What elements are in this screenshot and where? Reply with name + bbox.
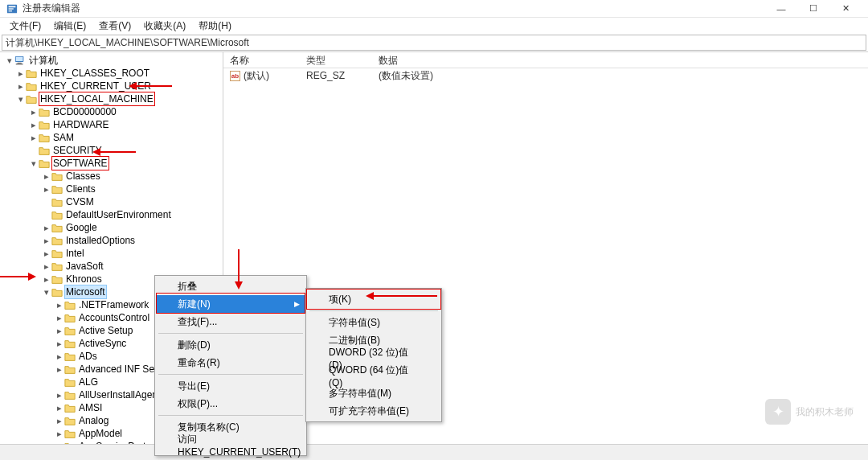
folder-icon: [51, 287, 63, 297]
chevron-right-icon[interactable]: [16, 69, 25, 78]
col-name[interactable]: 名称: [223, 52, 300, 68]
chevron-right-icon[interactable]: [42, 249, 51, 258]
minimize-button[interactable]: —: [765, 0, 797, 18]
chevron-right-icon[interactable]: [29, 108, 38, 117]
folder-icon: [51, 184, 63, 194]
chevron-right-icon[interactable]: [55, 404, 63, 413]
ctx-delete[interactable]: 删除(D): [157, 336, 305, 354]
chevron-right-icon[interactable]: [42, 275, 51, 284]
chevron-right-icon[interactable]: [29, 121, 38, 129]
sub-multi[interactable]: 多字符串值(M): [308, 384, 440, 402]
chevron-right-icon[interactable]: [42, 185, 51, 194]
chevron-down-icon[interactable]: [29, 159, 38, 168]
maximize-button[interactable]: ☐: [797, 0, 829, 18]
sub-expand[interactable]: 可扩充字符串值(E): [308, 402, 440, 420]
chevron-right-icon[interactable]: [16, 82, 25, 91]
folder-icon: [64, 364, 76, 374]
tree-node-sam[interactable]: SAM: [2, 131, 223, 144]
tree-node-cvsm[interactable]: CVSM: [2, 195, 223, 208]
tree-node-security[interactable]: SECURITY: [2, 144, 223, 157]
ctx-permissions[interactable]: 权限(P)...: [157, 395, 305, 413]
chevron-right-icon[interactable]: [55, 429, 63, 438]
chevron-right-icon[interactable]: [55, 301, 63, 310]
chevron-down-icon[interactable]: [5, 56, 14, 65]
ctx-new[interactable]: 新建(N)▶: [157, 295, 305, 313]
sub-string[interactable]: 字符串值(S): [308, 314, 440, 331]
ctx-export[interactable]: 导出(E): [157, 377, 305, 395]
folder-icon: [64, 351, 76, 361]
tree-node-computer[interactable]: 计算机: [2, 54, 223, 67]
chevron-right-icon[interactable]: [42, 224, 51, 232]
chevron-right-icon[interactable]: [55, 327, 63, 335]
separator: [158, 415, 303, 416]
ctx-rename[interactable]: 重命名(R): [157, 354, 305, 372]
tree-node-due[interactable]: DefaultUserEnvironment: [2, 208, 223, 221]
wechat-icon: ✦: [765, 399, 791, 425]
chevron-right-icon[interactable]: [29, 133, 38, 142]
list-row-default[interactable]: ab(默认) REG_SZ (数值未设置): [223, 68, 868, 83]
chevron-right-icon[interactable]: [55, 314, 63, 322]
chevron-right-icon[interactable]: [42, 172, 51, 181]
col-data[interactable]: 数据: [372, 52, 868, 68]
menu-edit[interactable]: 编辑(E): [47, 19, 92, 33]
chevron-right-icon: ▶: [294, 300, 300, 308]
folder-icon: [51, 171, 63, 181]
menu-view[interactable]: 查看(V): [92, 19, 137, 33]
svg-rect-3: [9, 10, 12, 11]
ctx-find[interactable]: 查找(F)...: [157, 313, 305, 331]
chevron-right-icon[interactable]: [55, 339, 63, 348]
node-label: HARDWARE: [52, 118, 110, 131]
tree-node-installedoptions[interactable]: InstalledOptions: [2, 234, 223, 247]
tree-node-hkcr[interactable]: HKEY_CLASSES_ROOT: [2, 67, 223, 80]
folder-icon: [39, 120, 50, 129]
close-button[interactable]: ✕: [829, 0, 862, 18]
tree-node-clients[interactable]: Clients: [2, 183, 223, 195]
chevron-down-icon[interactable]: [16, 95, 25, 104]
menu-help[interactable]: 帮助(H): [192, 19, 238, 33]
folder-icon: [64, 326, 76, 335]
node-label: HKEY_LOCAL_MACHINE: [39, 92, 154, 105]
address-bar[interactable]: 计算机\HKEY_LOCAL_MACHINE\SOFTWARE\Microsof…: [2, 35, 866, 51]
folder-icon: [64, 339, 76, 348]
tree-node-classes[interactable]: Classes: [2, 170, 223, 183]
titlebar: 注册表编辑器 — ☐ ✕: [0, 0, 868, 18]
menu-file[interactable]: 文件(F): [3, 19, 47, 33]
tree-node-hklm[interactable]: HKEY_LOCAL_MACHINE: [2, 92, 223, 105]
col-type[interactable]: 类型: [300, 52, 372, 68]
value-type: REG_SZ: [300, 70, 372, 81]
node-label: CVSM: [65, 195, 95, 208]
watermark-text: 我的积木老师: [796, 405, 854, 419]
tree-node-javasoft[interactable]: JavaSoft: [2, 260, 223, 273]
svg-rect-5: [16, 57, 23, 61]
svg-rect-6: [18, 63, 22, 64]
node-label: AllUserInstallAgent: [78, 388, 161, 401]
chevron-right-icon[interactable]: [42, 236, 51, 245]
node-label: ALG: [78, 376, 99, 388]
chevron-right-icon[interactable]: [55, 391, 63, 400]
folder-icon: [39, 158, 50, 168]
menu-favorites[interactable]: 收藏夹(A): [137, 19, 192, 33]
tree-node-google[interactable]: Google: [2, 221, 223, 234]
chevron-right-icon[interactable]: [55, 365, 63, 374]
tree-node-hkcu[interactable]: HKEY_CURRENT_USER: [2, 80, 223, 92]
list-header: 名称 类型 数据: [223, 52, 868, 68]
chevron-down-icon[interactable]: [42, 288, 51, 297]
node-label: SAM: [52, 131, 75, 144]
chevron-right-icon[interactable]: [55, 352, 63, 361]
folder-icon: [64, 377, 76, 387]
tree-node-hardware[interactable]: HARDWARE: [2, 118, 223, 131]
folder-icon: [51, 223, 63, 232]
tree-node-software[interactable]: SOFTWARE: [2, 157, 223, 170]
value-data: (数值未设置): [372, 69, 868, 83]
chevron-right-icon[interactable]: [42, 262, 51, 271]
ctx-collapse[interactable]: 折叠: [157, 277, 305, 295]
sub-key[interactable]: 项(K): [308, 290, 440, 308]
sub-qword[interactable]: QWORD (64 位)值(Q): [308, 367, 440, 384]
folder-icon: [51, 261, 63, 271]
chevron-right-icon[interactable]: [55, 417, 63, 425]
node-label: 计算机: [28, 54, 59, 67]
tree-node-intel[interactable]: Intel: [2, 247, 223, 260]
tree-node-bcd[interactable]: BCD00000000: [2, 105, 223, 118]
node-label: ActiveSync: [78, 337, 127, 350]
ctx-gotohkcu[interactable]: 访问 HKEY_CURRENT_USER(T): [157, 436, 305, 454]
